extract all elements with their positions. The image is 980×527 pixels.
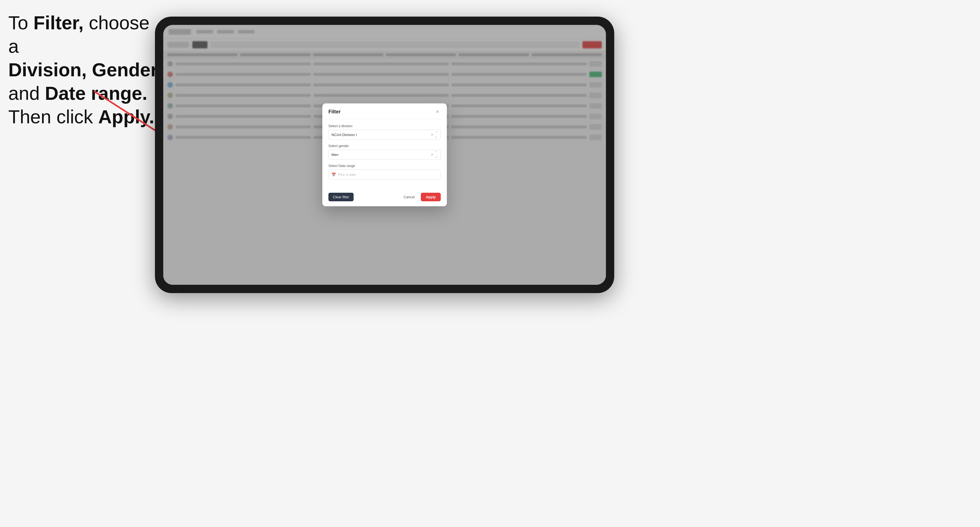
tablet-screen: Filter × Select a division NCAA Division… [163,25,606,285]
instruction-line3: and Date range. [8,83,148,104]
clear-gender-icon[interactable]: × [431,152,433,157]
gender-select[interactable]: Men × ⌃⌄ [328,149,441,160]
division-group: Select a division NCAA Division I × ⌃⌄ [328,124,441,140]
calendar-icon: 📅 [331,173,336,177]
modal-footer: Clear filter Cancel Apply [322,189,447,206]
division-select[interactable]: NCAA Division I × ⌃⌄ [328,130,441,140]
footer-actions: Cancel Apply [400,193,441,201]
date-group: Select Date range 📅 Pick a date [328,164,441,179]
modal-header: Filter × [322,103,447,119]
date-input[interactable]: 📅 Pick a date [328,170,441,179]
date-placeholder: Pick a date [338,173,356,177]
instruction-text: To Filter, choose a Division, Gender and… [8,11,163,129]
apply-button[interactable]: Apply [421,193,441,201]
division-value: NCAA Division I [331,133,431,137]
select-icons: × ⌃⌄ [431,151,438,159]
gender-value: Men [331,152,431,157]
chevron-down-icon[interactable]: ⌃⌄ [435,151,438,159]
clear-division-icon[interactable]: × [431,132,433,137]
instruction-line1: To Filter, choose a [8,12,150,57]
division-label: Select a division [328,124,441,128]
chevron-down-icon[interactable]: ⌃⌄ [435,131,438,138]
modal-overlay: Filter × Select a division NCAA Division… [163,25,606,285]
gender-group: Select gender Men × ⌃⌄ [328,144,441,160]
filter-modal: Filter × Select a division NCAA Division… [322,103,447,206]
cancel-button[interactable]: Cancel [400,193,418,201]
close-button[interactable]: × [434,108,441,115]
modal-body: Select a division NCAA Division I × ⌃⌄ S… [322,119,447,189]
tablet-frame: Filter × Select a division NCAA Division… [155,17,614,293]
select-icons: × ⌃⌄ [431,131,438,138]
instruction-line4: Then click Apply. [8,106,154,127]
date-label: Select Date range [328,164,441,168]
modal-title: Filter [328,109,340,115]
instruction-line2: Division, Gender [8,59,158,80]
gender-label: Select gender [328,144,441,148]
clear-filter-button[interactable]: Clear filter [328,193,353,201]
